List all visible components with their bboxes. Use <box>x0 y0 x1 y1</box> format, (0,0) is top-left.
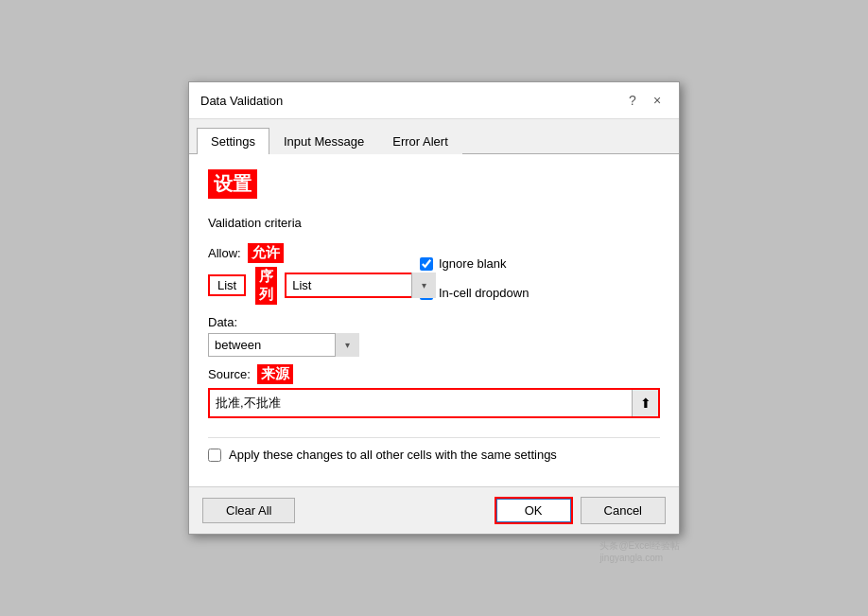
dialog-title: Data Validation <box>200 94 283 108</box>
list-zh-label: 序列 <box>255 267 277 305</box>
incell-dropdown-row: In-cell dropdown <box>420 286 529 300</box>
settings-zh-label: 设置 <box>208 169 257 199</box>
allow-zh-label: 允许 <box>248 243 284 263</box>
source-zh-label: 来源 <box>257 364 293 384</box>
data-select[interactable]: between not between equal to not equal t… <box>208 333 359 357</box>
apply-row: Apply these changes to all other cells w… <box>208 437 660 471</box>
watermark: 头条@Excel经验帖 jingyangla.com <box>599 539 680 563</box>
data-validation-dialog: Data Validation ? × Settings Input Messa… <box>188 81 680 535</box>
list-badge: List <box>208 274 246 296</box>
tab-settings[interactable]: Settings <box>197 128 269 154</box>
source-input[interactable] <box>210 393 632 414</box>
source-label: Source: 来源 <box>208 364 660 384</box>
allow-row: Allow: 允许 List 序列 List Any value Whole n… <box>208 239 660 308</box>
title-bar-left: Data Validation <box>200 94 283 108</box>
cancel-button[interactable]: Cancel <box>581 497 666 524</box>
close-button[interactable]: × <box>647 90 668 111</box>
help-button[interactable]: ? <box>622 90 643 111</box>
ignore-blank-row: Ignore blank <box>420 256 529 271</box>
title-bar-right: ? × <box>622 90 668 111</box>
dialog-body: 设置 Validation criteria Allow: 允许 List 序列 <box>189 154 679 486</box>
ignore-blank-checkbox[interactable] <box>420 257 433 271</box>
validation-criteria-label: Validation criteria <box>208 216 660 230</box>
allow-select[interactable]: List Any value Whole number Decimal Date… <box>285 273 436 298</box>
upload-icon: ⬆ <box>640 396 651 411</box>
apply-all-checkbox[interactable] <box>208 449 221 462</box>
apply-all-label: Apply these changes to all other cells w… <box>229 448 557 462</box>
allow-label: Allow: 允许 <box>208 243 397 263</box>
source-upload-button[interactable]: ⬆ <box>632 390 658 416</box>
tab-bar: Settings Input Message Error Alert <box>189 119 679 154</box>
title-bar: Data Validation ? × <box>189 82 679 119</box>
clear-all-button[interactable]: Clear All <box>202 498 295 523</box>
tab-input-message[interactable]: Input Message <box>269 128 378 154</box>
ok-button[interactable]: OK <box>495 497 573 524</box>
data-row: Data: between not between equal to not e… <box>208 315 660 357</box>
source-row: Source: 来源 ⬆ <box>208 364 660 418</box>
data-label: Data: <box>208 315 660 329</box>
ignore-blank-label: Ignore blank <box>439 256 507 271</box>
tab-error-alert[interactable]: Error Alert <box>378 128 462 154</box>
dialog-footer: Clear All OK Cancel <box>189 486 679 534</box>
incell-dropdown-label: In-cell dropdown <box>439 286 529 300</box>
source-input-wrapper: ⬆ <box>208 388 660 418</box>
